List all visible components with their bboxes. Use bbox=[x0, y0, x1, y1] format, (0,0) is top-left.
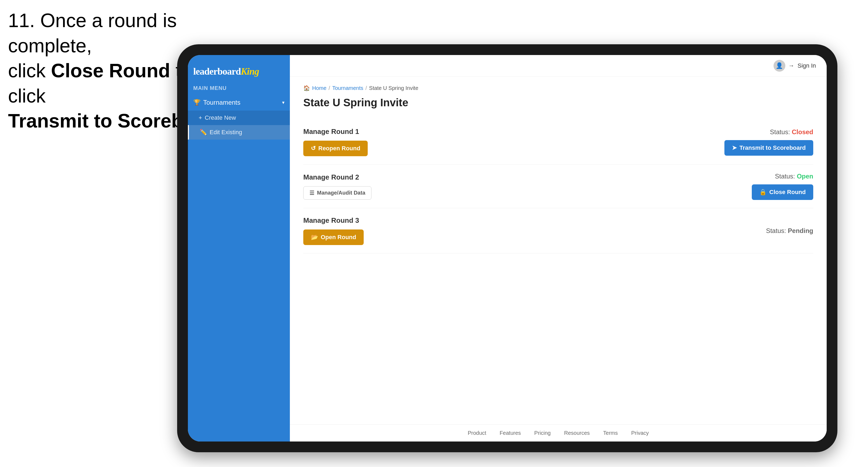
sidebar-tournaments-label: Tournaments bbox=[203, 99, 279, 106]
round-1-section: Manage Round 1 ↺ Reopen Round Status: Cl… bbox=[303, 119, 813, 164]
footer-features[interactable]: Features bbox=[500, 430, 521, 436]
breadcrumb-home[interactable]: Home bbox=[312, 85, 327, 91]
round-2-status: Status: Open bbox=[775, 173, 813, 180]
round-1-status: Status: Closed bbox=[770, 128, 813, 136]
sidebar-item-tournaments[interactable]: 🏆 Tournaments ▾ bbox=[188, 94, 290, 111]
round-1-status-value: Closed bbox=[792, 128, 813, 135]
round-2-left: Manage Round 2 ☰ Manage/Audit Data bbox=[303, 173, 371, 200]
main-menu-label: MAIN MENU bbox=[188, 85, 290, 94]
edit-icon: ✏️ bbox=[200, 129, 207, 136]
round-2-right: Status: Open 🔒 Close Round bbox=[752, 173, 813, 200]
open-icon: 📂 bbox=[311, 234, 318, 241]
close-icon: 🔒 bbox=[759, 189, 767, 196]
footer-product[interactable]: Product bbox=[468, 430, 486, 436]
round-3-right: Status: Pending bbox=[766, 227, 813, 235]
breadcrumb-icon: 🏠 bbox=[303, 85, 310, 91]
app-logo: leaderboardKing bbox=[193, 66, 284, 77]
main-content: 👤 → Sign In 🏠 Home / Tournaments / Stat bbox=[290, 55, 827, 441]
round-2-section: Manage Round 2 ☰ Manage/Audit Data Statu… bbox=[303, 164, 813, 208]
close-round-label: Close Round bbox=[769, 189, 806, 196]
round-1-left: Manage Round 1 ↺ Reopen Round bbox=[303, 127, 368, 156]
round-3-section: Manage Round 3 📂 Open Round Status: Pend… bbox=[303, 208, 813, 253]
round-3-title: Manage Round 3 bbox=[303, 216, 364, 225]
app-container: leaderboardKing MAIN MENU 🏆 Tournaments … bbox=[188, 55, 827, 441]
transmit-label: Transmit to Scoreboard bbox=[739, 145, 806, 151]
sign-in-text: Sign In bbox=[798, 62, 816, 69]
manage-audit-button[interactable]: ☰ Manage/Audit Data bbox=[303, 186, 371, 200]
transmit-icon: ➤ bbox=[732, 145, 737, 151]
tablet-screen: leaderboardKing MAIN MENU 🏆 Tournaments … bbox=[188, 55, 827, 441]
footer-resources[interactable]: Resources bbox=[564, 430, 590, 436]
round-2-title: Manage Round 2 bbox=[303, 173, 371, 181]
footer-pricing[interactable]: Pricing bbox=[534, 430, 551, 436]
round-1-title: Manage Round 1 bbox=[303, 127, 368, 136]
content-area: 🏠 Home / Tournaments / State U Spring In… bbox=[290, 77, 827, 424]
logo-area: leaderboardKing bbox=[188, 63, 290, 85]
open-round-button[interactable]: 📂 Open Round bbox=[303, 229, 364, 245]
footer: Product Features Pricing Resources Terms… bbox=[290, 424, 827, 441]
round-3-status: Status: Pending bbox=[766, 227, 813, 235]
plus-icon: + bbox=[198, 114, 202, 121]
reopen-round-button[interactable]: ↺ Reopen Round bbox=[303, 141, 368, 156]
sidebar-submenu: + Create New ✏️ Edit Existing bbox=[188, 111, 290, 139]
page-title: State U Spring Invite bbox=[303, 97, 813, 109]
round-2-status-value: Open bbox=[797, 173, 813, 180]
sidebar: leaderboardKing MAIN MENU 🏆 Tournaments … bbox=[188, 55, 290, 441]
logo-king: King bbox=[241, 66, 259, 77]
sign-in-label: → bbox=[788, 62, 795, 69]
footer-terms[interactable]: Terms bbox=[603, 430, 618, 436]
avatar: 👤 bbox=[774, 60, 785, 72]
close-round-button[interactable]: 🔒 Close Round bbox=[752, 184, 813, 200]
manage-audit-label: Manage/Audit Data bbox=[317, 190, 365, 196]
breadcrumb-tournaments[interactable]: Tournaments bbox=[332, 85, 364, 91]
sidebar-item-create-new[interactable]: + Create New bbox=[188, 111, 290, 125]
breadcrumb: 🏠 Home / Tournaments / State U Spring In… bbox=[303, 85, 813, 91]
sign-in-area[interactable]: 👤 → Sign In bbox=[774, 60, 816, 72]
edit-existing-label: Edit Existing bbox=[210, 129, 242, 136]
trophy-icon: 🏆 bbox=[193, 99, 200, 106]
round-3-left: Manage Round 3 📂 Open Round bbox=[303, 216, 364, 245]
breadcrumb-current: State U Spring Invite bbox=[369, 85, 418, 91]
top-header: 👤 → Sign In bbox=[290, 55, 827, 77]
reopen-icon: ↺ bbox=[311, 145, 316, 152]
open-round-label: Open Round bbox=[321, 234, 356, 241]
chevron-down-icon: ▾ bbox=[282, 100, 284, 105]
round-3-status-value: Pending bbox=[788, 227, 813, 234]
reopen-round-label: Reopen Round bbox=[318, 145, 360, 152]
tablet-device: leaderboardKing MAIN MENU 🏆 Tournaments … bbox=[177, 44, 837, 452]
round-1-right: Status: Closed ➤ Transmit to Scoreboard bbox=[724, 128, 813, 156]
footer-privacy[interactable]: Privacy bbox=[631, 430, 649, 436]
create-new-label: Create New bbox=[205, 114, 236, 121]
audit-icon: ☰ bbox=[309, 190, 314, 196]
sidebar-item-edit-existing[interactable]: ✏️ Edit Existing bbox=[188, 125, 290, 139]
transmit-to-scoreboard-button[interactable]: ➤ Transmit to Scoreboard bbox=[724, 140, 813, 156]
